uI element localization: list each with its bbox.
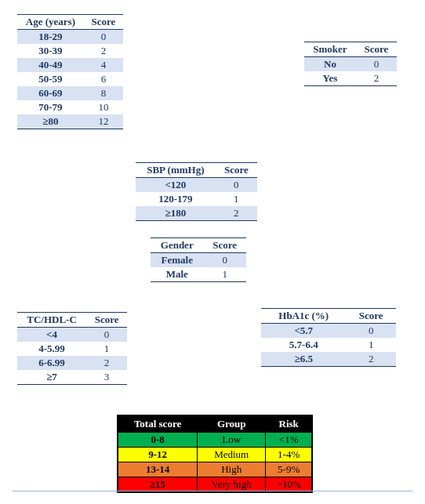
hba1c-header-label: HbA1c (%) [261,309,346,324]
table-row: Male1 [151,267,246,282]
total-header-risk: Risk [266,415,312,433]
smoker-score-table: Smoker Score No0 Yes2 [304,42,397,86]
table-row: 70-7910 [17,100,123,114]
table-row: 50-596 [17,72,123,86]
footer-divider [13,491,412,491]
table-row: 40-494 [17,58,123,72]
tc-header-label: TC/HDL-C [17,313,86,328]
table-row: <1200 [136,178,257,193]
table-row: <5.70 [261,324,396,339]
table-row: No0 [304,57,397,72]
table-row: Yes2 [304,71,397,86]
table-row: 6-6.992 [17,356,127,370]
smoker-header-score: Score [356,42,397,57]
hba1c-header-score: Score [346,309,396,324]
gender-header-label: Gender [151,238,203,253]
table-row: ≥1802 [136,206,257,221]
tc-hdl-score-table: TC/HDL-C Score <40 4-5.991 6-6.992 ≥73 [17,312,127,385]
risk-row-medium: 9-12Medium1-4% [118,448,312,462]
age-score-table: Age (years) Score 18-290 30-392 40-494 5… [17,14,123,129]
tc-header-score: Score [86,313,127,328]
table-row: ≥8012 [17,114,123,129]
age-header-score: Score [84,15,123,30]
table-row: <40 [17,328,127,343]
smoker-header-label: Smoker [304,42,356,57]
table-row: ≥6.52 [261,352,396,367]
age-header-label: Age (years) [17,15,84,30]
table-row: 60-698 [17,86,123,100]
table-row: 4-5.991 [17,342,127,356]
total-header-group: Group [198,415,266,433]
table-row: 120-1791 [136,192,257,206]
table-row: 5.7-6.41 [261,338,396,352]
sbp-score-table: SBP (mmHg) Score <1200 120-1791 ≥1802 [136,162,257,221]
risk-row-high: 13-14High5-9% [118,462,312,477]
gender-header-score: Score [203,238,246,253]
table-row: Female0 [151,253,246,268]
hba1c-score-table: HbA1c (%) Score <5.70 5.7-6.41 ≥6.52 [261,308,396,367]
gender-score-table: Gender Score Female0 Male1 [151,237,246,282]
table-row: ≥73 [17,370,127,385]
total-score-risk-table: Total score Group Risk 0-8Low<1% 9-12Med… [117,415,313,493]
total-header-score: Total score [118,415,198,433]
risk-row-low: 0-8Low<1% [118,433,312,448]
table-row: 30-392 [17,44,123,58]
table-row: 18-290 [17,30,123,45]
sbp-header-label: SBP (mmHg) [136,163,216,178]
sbp-header-score: Score [216,163,257,178]
